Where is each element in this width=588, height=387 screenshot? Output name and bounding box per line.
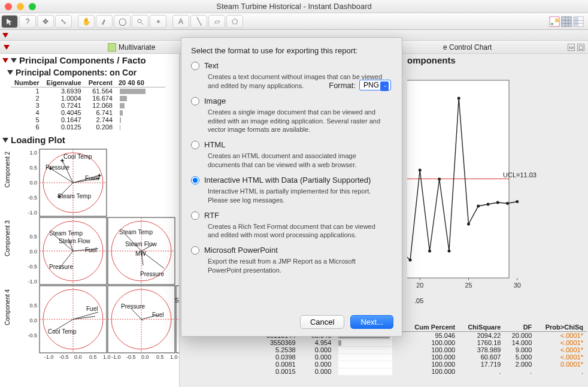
shape-tool[interactable]: ▱ [208, 15, 225, 28]
svg-text:Component 4: Component 4 [4, 289, 11, 325]
col-barticks: 20 40 60 [116, 78, 165, 87]
svg-text:-0.5: -0.5 [28, 332, 37, 338]
svg-text:1.0: 1.0 [103, 354, 111, 360]
svg-point-131 [487, 203, 490, 206]
svg-text:0.0: 0.0 [74, 354, 82, 360]
panel-minimize-icon[interactable]: ▭ [568, 44, 575, 51]
titlebar: Steam Turbine Historical - Instant Dashb… [0, 0, 588, 13]
svg-point-123 [409, 259, 412, 262]
svg-point-0 [138, 19, 141, 23]
option-rtf-desc: Creates a Rich Text Format document that… [208, 222, 387, 240]
red-disclosure-icon[interactable] [2, 33, 8, 38]
svg-text:-1.0: -1.0 [178, 354, 180, 360]
svg-text:Fuel: Fuel [86, 306, 98, 312]
loading-plot-matrix[interactable]: -1.0-0.50.00.51.0 -1.0-0.50.00.51.0 -1.0… [2, 146, 180, 361]
table-row: 0.00810.000 100.00017.7192.0000.0001* [251, 361, 587, 368]
section-principal-components: Principal Components / Facto [0, 54, 179, 66]
table-row: 0.03980.000 100.00060.6075.000<.0001* [251, 353, 587, 361]
line-tool[interactable]: ╲ [190, 15, 207, 28]
svg-text:0.5: 0.5 [29, 234, 37, 240]
svg-text:0.0: 0.0 [29, 180, 37, 186]
table-row: 50.16472.744 [11, 116, 165, 123]
grid-full-icon[interactable] [560, 16, 572, 28]
ucl-label: UCL=11.03 [503, 171, 537, 179]
svg-text:Steam Temp: Steam Temp [57, 193, 91, 199]
black-disclosure-icon[interactable] [11, 58, 17, 63]
option-powerpoint-desc: Export the result from a JMP Report as a… [208, 257, 387, 275]
svg-text:0.0: 0.0 [29, 249, 37, 255]
table-row: 13.693961.564 [11, 87, 165, 95]
svg-text:-1.0: -1.0 [44, 354, 54, 360]
text-annotation-tool[interactable]: A [172, 15, 189, 28]
svg-line-1 [141, 23, 143, 25]
arrow-tool[interactable] [1, 15, 18, 28]
col-number: Number [11, 78, 43, 87]
option-powerpoint[interactable]: Microsoft PowerPoint [191, 246, 392, 255]
cancel-button[interactable]: Cancel [300, 315, 344, 329]
option-interactive-html-desc: Interactive HTML is partially implemente… [208, 187, 387, 205]
format-select[interactable]: PNG [359, 80, 391, 90]
section-pc-corr: Principal Components: on Cor [5, 66, 179, 78]
svg-text:-0.5: -0.5 [59, 354, 69, 360]
svg-text:1.0: 1.0 [170, 354, 178, 360]
option-text[interactable]: Text [191, 61, 392, 70]
export-format-dialog: Select the format to use for exporting t… [181, 37, 402, 337]
table-row: 35503694.954 100.0001760.1814.000<.0001* [251, 339, 587, 346]
black-disclosure-icon[interactable] [2, 138, 8, 143]
red-disclosure-icon[interactable] [2, 58, 8, 63]
svg-text:0.0: 0.0 [29, 318, 37, 323]
next-button[interactable]: Next... [350, 315, 393, 329]
lcl-label: .05 [414, 297, 423, 304]
svg-text:0.5: 0.5 [89, 354, 97, 360]
svg-line-83 [73, 316, 95, 319]
black-disclosure-icon[interactable] [7, 70, 13, 75]
resize-tool[interactable]: ⤡ [55, 15, 72, 28]
svg-text:-0.5: -0.5 [28, 264, 37, 270]
panel-title-multivariate: Multivariate [119, 43, 155, 52]
control-chart[interactable]: 202530 [407, 74, 588, 296]
table-row: 21.000416.674 [11, 95, 165, 102]
svg-point-125 [428, 250, 431, 253]
option-image[interactable]: Image [191, 96, 392, 105]
dialog-prompt: Select the format to use for exporting t… [191, 46, 392, 55]
zoom-tool[interactable] [132, 15, 148, 28]
section-title-loading: Loading Plot [11, 135, 65, 145]
eigenvalue-table: Number Eigenvalue Percent 20 40 60 13.69… [11, 78, 165, 131]
svg-text:Pressure: Pressure [121, 303, 145, 310]
option-html-desc: Creates an HTML document and associated … [208, 152, 387, 170]
panel-maximize-icon[interactable]: ▢ [577, 44, 584, 51]
brush-tool[interactable] [96, 15, 113, 28]
crop-tool[interactable]: ⌖ [150, 15, 166, 28]
svg-text:Pressure: Pressure [46, 164, 69, 171]
hand-tool[interactable]: ✋ [78, 15, 95, 28]
svg-text:Steam Flow: Steam Flow [59, 238, 91, 244]
svg-point-128 [457, 97, 460, 100]
lasso-tool[interactable]: ◯ [114, 15, 131, 28]
svg-point-3 [551, 23, 553, 25]
option-image-desc: Creates a single image document that can… [208, 108, 387, 135]
svg-line-84 [131, 309, 141, 319]
help-tool[interactable]: ? [19, 15, 36, 28]
svg-point-130 [477, 205, 480, 208]
jmp-report-icon [108, 43, 116, 52]
polygon-tool[interactable]: ⬠ [226, 15, 243, 28]
option-html[interactable]: HTML [191, 140, 392, 149]
svg-text:-0.5: -0.5 [28, 195, 37, 201]
window-title: Steam Turbine Historical - Instant Dashb… [0, 2, 588, 11]
crosshair-tool[interactable]: ✥ [37, 15, 54, 28]
svg-text:-0.5: -0.5 [126, 354, 136, 360]
svg-text:Steam Temp: Steam Temp [119, 229, 153, 235]
red-disclosure-icon[interactable] [4, 45, 10, 50]
panel-title-controlchart: e Control Chart [443, 43, 492, 52]
svg-point-133 [506, 202, 509, 205]
panel-window-controls: ▭ ▢ [568, 44, 584, 51]
svg-text:Fuel: Fuel [152, 312, 163, 318]
svg-text:-1.0: -1.0 [28, 210, 37, 216]
option-rtf[interactable]: RTF [191, 211, 392, 220]
option-interactive-html[interactable]: Interactive HTML with Data (Partially Su… [191, 176, 392, 185]
svg-text:0.0: 0.0 [141, 354, 149, 360]
dashboard-icon[interactable] [548, 16, 560, 28]
svg-rect-11 [574, 17, 578, 26]
grid-partial-icon[interactable] [572, 16, 584, 28]
table-row: 5.25380.000 100.000378.9899.000<.0001* [251, 346, 587, 353]
